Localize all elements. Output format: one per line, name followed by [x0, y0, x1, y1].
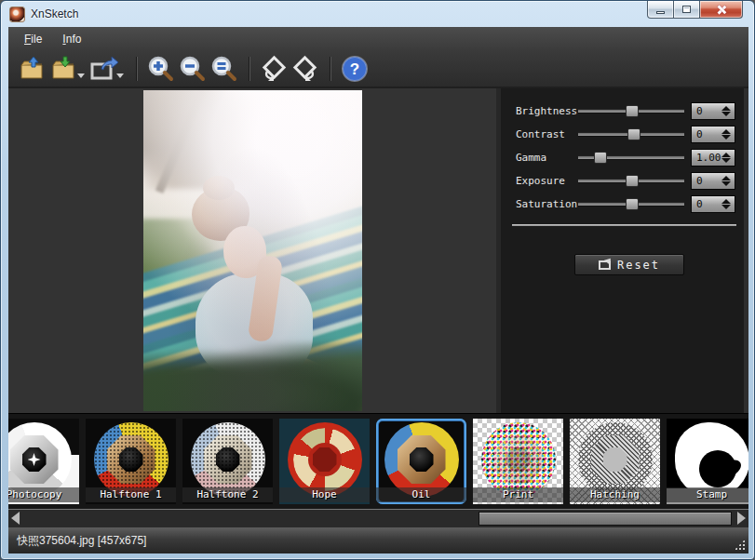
filter-label: Halftone 1	[86, 487, 176, 502]
exposure-slider-handle[interactable]	[626, 175, 639, 187]
export-icon	[89, 56, 119, 82]
menu-bar: File Info	[8, 27, 748, 51]
scroll-left-icon[interactable]	[11, 512, 20, 525]
main-area: Brightness 0 Contrast 0 Gamm	[8, 87, 748, 413]
adjustments-panel: Brightness 0 Contrast 0 Gamm	[501, 88, 744, 413]
toolbar-separator	[330, 57, 330, 81]
brightness-label: Brightness	[516, 105, 577, 117]
filter-thumb-halftone1[interactable]: Halftone 1	[86, 419, 176, 504]
rotate-left-icon	[259, 55, 289, 83]
slider-row-exposure: Exposure 0	[501, 169, 744, 193]
gamma-slider-handle[interactable]	[594, 152, 607, 164]
filter-thumb-oil[interactable]: Oil	[376, 419, 466, 504]
filter-thumb-print[interactable]: Print	[473, 419, 563, 504]
export-button[interactable]	[88, 54, 120, 84]
exposure-spinbox[interactable]: 0	[691, 172, 735, 190]
maximize-button[interactable]	[674, 1, 700, 19]
saturation-label: Saturation	[516, 198, 577, 210]
filter-label: Stamp	[667, 487, 748, 502]
scroll-right-icon[interactable]	[737, 512, 746, 525]
exposure-slider[interactable]	[578, 179, 684, 183]
saturation-value: 0	[692, 198, 721, 210]
filter-label: Oil	[376, 487, 466, 502]
contrast-slider[interactable]	[578, 132, 684, 137]
filter-thumb-stamp[interactable]: Stamp	[667, 419, 748, 504]
minimize-button[interactable]	[647, 1, 674, 19]
exposure-value: 0	[692, 175, 721, 187]
export-dropdown-caret[interactable]	[116, 73, 124, 78]
zoom-actual-icon	[210, 55, 238, 83]
spinner-arrows-icon[interactable]	[721, 129, 735, 140]
scrollbar-thumb[interactable]	[479, 512, 732, 526]
status-filename: 快照375604.jpg [457x675]	[17, 533, 146, 549]
caption-buttons	[647, 1, 743, 19]
spinner-arrows-icon[interactable]	[721, 106, 735, 116]
help-icon: ?	[341, 55, 369, 83]
open-folder-icon	[20, 56, 47, 82]
help-button[interactable]: ?	[339, 54, 371, 84]
close-icon	[716, 5, 726, 15]
filter-label: Hope	[279, 487, 370, 502]
toolbar-separator	[136, 57, 137, 81]
save-button[interactable]	[49, 54, 81, 84]
filter-thumb-photocopy[interactable]: Photocopy	[8, 419, 79, 504]
filmstrip-scrollbar[interactable]	[8, 509, 748, 527]
app-icon	[9, 7, 25, 22]
save-dropdown-caret[interactable]	[77, 73, 85, 78]
saturation-slider[interactable]	[578, 202, 684, 207]
open-button[interactable]	[18, 54, 49, 84]
spinner-arrows-icon[interactable]	[721, 199, 735, 209]
menu-file[interactable]: File	[16, 30, 50, 48]
reset-button[interactable]: Reset	[574, 254, 684, 275]
filter-thumb-hatching[interactable]: Hatching	[570, 419, 660, 504]
toolbar: ?	[8, 51, 748, 87]
rotate-left-button[interactable]	[258, 54, 290, 84]
menu-info[interactable]: Info	[54, 30, 89, 48]
status-bar: 快照375604.jpg [457x675]	[8, 527, 748, 553]
toolbar-separator	[249, 57, 249, 81]
window-title: XnSketch	[31, 7, 78, 20]
gamma-spinbox[interactable]: 1.00	[691, 149, 735, 167]
gamma-slider[interactable]	[578, 155, 684, 160]
spinner-arrows-icon[interactable]	[721, 176, 735, 186]
slider-row-saturation: Saturation 0	[501, 193, 744, 216]
filter-thumb-hope[interactable]: Hope	[279, 419, 370, 504]
rotate-right-button[interactable]	[290, 54, 321, 84]
zoom-in-icon	[147, 55, 175, 83]
saturation-slider-handle[interactable]	[626, 198, 639, 210]
app-window: XnSketch File Info	[0, 0, 755, 560]
slider-row-contrast: Contrast 0	[501, 123, 744, 146]
reset-icon	[599, 260, 611, 270]
preview-image	[143, 90, 362, 411]
gamma-value: 1.00	[692, 152, 721, 164]
brightness-slider-handle[interactable]	[626, 105, 639, 117]
contrast-spinbox[interactable]: 0	[691, 126, 735, 143]
filter-filmstrip: Photocopy Halftone 1 Halftone 2 Hope Oil	[8, 413, 748, 509]
filter-thumb-halftone2[interactable]: Halftone 2	[182, 419, 273, 504]
maximize-icon	[682, 6, 691, 13]
spinner-arrows-icon[interactable]	[721, 153, 735, 163]
zoom-out-icon	[179, 55, 207, 83]
contrast-label: Contrast	[516, 128, 565, 140]
saturation-spinbox[interactable]: 0	[691, 195, 735, 213]
image-canvas	[8, 88, 501, 413]
brightness-value: 0	[692, 105, 721, 117]
contrast-slider-handle[interactable]	[627, 128, 640, 140]
brightness-slider[interactable]	[578, 109, 684, 113]
resize-grip-icon[interactable]	[735, 540, 745, 550]
zoom-out-button[interactable]	[177, 54, 209, 84]
slider-row-brightness: Brightness 0	[501, 100, 744, 123]
title-bar[interactable]: XnSketch	[1, 1, 754, 27]
slider-row-gamma: Gamma 1.00	[501, 146, 744, 169]
rotate-right-icon	[290, 55, 320, 83]
filter-label: Hatching	[570, 487, 660, 502]
exposure-label: Exposure	[516, 175, 565, 187]
brightness-spinbox[interactable]: 0	[691, 102, 735, 120]
gamma-label: Gamma	[516, 152, 546, 164]
zoom-in-button[interactable]	[145, 54, 177, 84]
zoom-actual-button[interactable]	[209, 54, 240, 84]
close-button[interactable]	[700, 1, 743, 19]
save-folder-icon	[51, 56, 79, 82]
filter-label: Halftone 2	[182, 487, 273, 502]
contrast-value: 0	[692, 128, 721, 140]
